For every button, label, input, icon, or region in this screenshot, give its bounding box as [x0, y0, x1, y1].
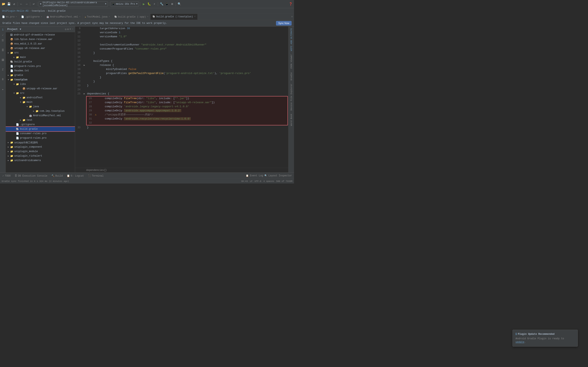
- breadcrumb-part-3[interactable]: build.gradle: [48, 9, 66, 12]
- right-panel-json-viewer[interactable]: JSON Viewer: [289, 53, 293, 71]
- list-item[interactable]: ▶ 📁 androidTest: [6, 95, 75, 100]
- event-log-label[interactable]: Event Log: [250, 174, 263, 177]
- tab-es-pro[interactable]: 📄 es.pro ×: [0, 14, 19, 20]
- commit-icon[interactable]: ✓: [0, 33, 5, 38]
- code-line-24: 24: [75, 88, 288, 92]
- bottom-tab-terminal[interactable]: ⬛ Terminal: [86, 173, 106, 179]
- list-item[interactable]: ▼ 📁 main: [6, 100, 75, 104]
- list-item[interactable]: 🐘 build.gradle: [6, 59, 75, 64]
- right-panel-device-file[interactable]: Device File Explorer: [289, 82, 293, 112]
- list-item[interactable]: 📦 uniapp-v8-release.aar: [6, 46, 75, 50]
- build-variants-icon[interactable]: B: [0, 77, 5, 82]
- memory-indicator: 500 of 7333M: [276, 180, 292, 183]
- panel-settings-icon[interactable]: ≡: [70, 28, 71, 31]
- list-item[interactable]: ▶ 📁 uniplugin_component: [6, 145, 75, 149]
- list-item[interactable]: 📦 lib.5plus.base-release.aar: [6, 37, 75, 42]
- code-line-10: 10 versionCode 1: [75, 31, 288, 35]
- panel-minimize-icon[interactable]: −: [72, 28, 73, 31]
- forward-icon[interactable]: →: [24, 2, 29, 6]
- tab-close-testmodel[interactable]: ×: [109, 16, 110, 18]
- list-item[interactable]: 🤖 AndroidManifest.xml: [6, 113, 75, 118]
- tab-close-es-pro[interactable]: ×: [16, 16, 17, 18]
- cursor-position[interactable]: 30:43: [241, 180, 248, 183]
- layout-inspector-label[interactable]: Layout Inspector: [268, 174, 292, 177]
- code-line-17: 17 buildTypes {: [75, 59, 288, 63]
- right-panel-word-book[interactable]: Word Book: [289, 112, 293, 127]
- back-icon[interactable]: ←: [19, 2, 24, 6]
- list-item[interactable]: ▼ 📁 toastplus: [6, 77, 75, 82]
- panel-dropdown-icon[interactable]: ▼: [20, 28, 21, 31]
- refresh-icon[interactable]: ↺: [12, 2, 16, 6]
- tab-gitignore[interactable]: 📄 .gitignore ×: [19, 14, 44, 20]
- bottom-tab-todo[interactable]: ✓ TODO: [0, 173, 13, 179]
- right-panel-gradle[interactable]: Gradle: [289, 71, 293, 82]
- list-item[interactable]: ▶ 📁 test: [6, 118, 75, 122]
- tab-testmodel[interactable]: ☕ TestModel.java ×: [83, 14, 112, 20]
- bottom-tab-build[interactable]: 🔨 Build: [49, 173, 65, 179]
- bottom-tab-db[interactable]: 🗄 DB Execution Console: [13, 173, 49, 179]
- run-config-dropdown[interactable]: ▼ UniPlugin-Hello-AS:unitoandroidcamera …: [39, 1, 108, 7]
- resource-manager-icon[interactable]: 🖼: [0, 58, 5, 62]
- tab-close-build-app[interactable]: ×: [147, 16, 148, 18]
- list-item[interactable]: 📦 uniapp-v8-release.aar: [6, 86, 75, 91]
- favorites-icon[interactable]: ★: [0, 87, 5, 92]
- tab-build-gradle-toastplus[interactable]: 🐘 build.gradle (:toastplus) ×: [150, 14, 198, 20]
- list-item[interactable]: 📦 msa_mdid_1.0.13.aar: [6, 42, 75, 46]
- line-ending[interactable]: LF: [250, 180, 252, 183]
- db-browser-icon[interactable]: 🗄: [0, 48, 5, 53]
- panel-gear-icon[interactable]: ⚙: [67, 28, 69, 31]
- sync-now-button[interactable]: Sync Now: [276, 21, 292, 25]
- tab-icon-androidmanifest: 🤖: [46, 16, 49, 18]
- list-item[interactable]: ▶ 📁 gradle: [6, 73, 75, 77]
- bottom-tab-logcat[interactable]: 📋 6: Logcat: [65, 173, 86, 179]
- list-item[interactable]: ▶ 📁 uniplugin_richalert: [6, 154, 75, 158]
- list-item[interactable]: ▶ 📁 uniapp示例工程源码: [6, 140, 75, 145]
- undo-icon[interactable]: ↩: [31, 2, 36, 6]
- tab-build-gradle-app[interactable]: 🐘 build.gradle (:app) ×: [112, 14, 151, 20]
- bottom-tab-build-icon: 🔨: [52, 174, 54, 177]
- charset[interactable]: UTF-8: [255, 180, 261, 183]
- code-editor[interactable]: 9 targetSdkVersion 30 10 versionCode 1 1…: [75, 26, 288, 173]
- search-everywhere-icon[interactable]: 🔍: [177, 2, 182, 6]
- list-item[interactable]: ▶ 📁 main: [6, 55, 75, 59]
- list-item[interactable]: 🖼 android-gif-drawable-release: [6, 33, 75, 37]
- settings-icon[interactable]: ⚙: [170, 2, 174, 6]
- list-item[interactable]: ▼ 📁 java: [6, 104, 75, 109]
- list-item[interactable]: ▼ 📁 libs: [6, 82, 75, 86]
- debug-icon[interactable]: 🐛: [147, 2, 151, 6]
- right-panel-wifi-adb[interactable]: WIFI ADB ULTIMATE: [289, 26, 293, 53]
- structure-icon[interactable]: ☰: [0, 38, 5, 43]
- z-structure-icon[interactable]: Z: [0, 67, 5, 72]
- list-item[interactable]: ▶ 📁 uniplugin_module: [6, 149, 75, 154]
- indent[interactable]: 4 spaces: [263, 180, 274, 183]
- list-item[interactable]: ▶ 📁 src: [6, 50, 75, 55]
- list-item[interactable]: 📄 consumer-rules.pro: [6, 131, 75, 136]
- tab-close-androidmanifest[interactable]: ×: [79, 16, 80, 18]
- list-item[interactable]: ▼ 📁 src: [6, 91, 75, 95]
- tab-close-build-toastplus[interactable]: ×: [194, 16, 195, 18]
- list-item[interactable]: 📄 proguard-rules.pro: [6, 64, 75, 68]
- open-file-icon[interactable]: 📂: [1, 2, 6, 6]
- tab-gear-icon[interactable]: ≡: [290, 14, 294, 20]
- list-item[interactable]: 📄 Readme.txt: [6, 68, 75, 73]
- list-item[interactable]: 📄 .gitignore: [6, 122, 75, 127]
- bottom-tool-bar: ✓ TODO 🗄 DB Execution Console 🔨 Build 📋 …: [0, 173, 294, 179]
- list-item[interactable]: 📄 proguard-rules.pro: [6, 136, 75, 140]
- selected-build-gradle[interactable]: 🐘 build.gradle: [6, 127, 75, 131]
- device-dropdown[interactable]: 📱 meizu 16s Pro ▼: [111, 1, 139, 7]
- breadcrumb-part-2[interactable]: toastplus: [32, 9, 45, 12]
- save-icon[interactable]: 💾: [7, 2, 11, 6]
- avd-manager-icon[interactable]: 📱: [164, 2, 169, 6]
- project-icon[interactable]: 1: [0, 27, 5, 32]
- profile-icon[interactable]: ⚡: [152, 2, 156, 6]
- run-button[interactable]: ▶: [141, 2, 146, 6]
- sdk-manager-icon[interactable]: 🔧: [159, 2, 164, 6]
- breadcrumb-part-1[interactable]: UniPlugin-Hello-AS: [2, 9, 29, 12]
- list-item[interactable]: ▶ 📁 com.lmy.toastplus: [6, 109, 75, 113]
- tab-androidmanifest[interactable]: 🤖 AndroidManifest.xml ×: [44, 14, 83, 20]
- tab-label-build-toastplus: build.gradle (:toastplus): [156, 15, 193, 18]
- tab-close-gitignore[interactable]: ×: [41, 16, 42, 18]
- help-icon[interactable]: ❓: [288, 2, 293, 6]
- list-item[interactable]: ▶ 📁 unitoandroidcamera: [6, 158, 75, 163]
- panel-locate-icon[interactable]: ◎: [65, 28, 66, 31]
